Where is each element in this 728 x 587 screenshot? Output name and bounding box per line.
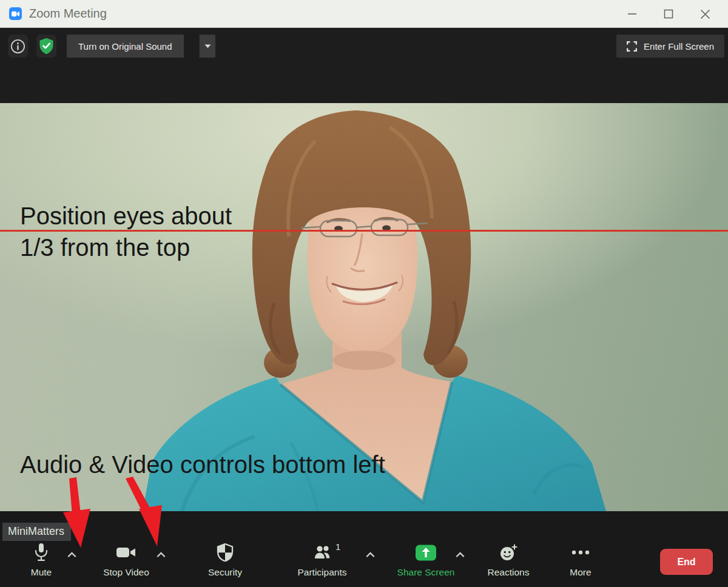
video-camera-icon [116,543,136,562]
participant-video-person [0,103,728,511]
eye-level-guide-line [0,230,728,232]
end-label: End [677,557,695,568]
share-chevron-up-icon[interactable] [456,549,465,560]
participant-name-tag: MiniMatters [2,523,71,541]
video-chevron-up-icon[interactable] [157,549,166,560]
security-label: Security [208,567,242,578]
stop-video-button[interactable]: Stop Video [87,543,166,578]
security-button[interactable]: Security [186,543,265,578]
window-title: Zoom Meeting [29,7,107,21]
zoom-meeting-window: Zoom Meeting Turn on Original Sound [0,0,728,587]
more-label: More [570,567,591,578]
annotation-controls-note: Audio & Video controls bottom left [20,451,385,478]
shield-check-icon[interactable] [36,35,56,58]
participants-icon: 1 [314,543,331,562]
annotation-eyes-line2: 1/3 from the top [20,234,190,261]
participants-label: Participants [298,567,347,578]
window-controls [614,0,723,28]
dropdown-caret-icon [204,44,211,49]
original-sound-button[interactable]: Turn on Original Sound [67,35,184,58]
original-sound-label: Turn on Original Sound [78,41,172,52]
reactions-label: Reactions [488,567,530,578]
enter-fullscreen-button[interactable]: Enter Full Screen [616,35,724,58]
top-toolbar: Turn on Original Sound Enter Full Screen [0,29,728,103]
security-shield-icon [217,543,234,562]
end-meeting-button[interactable]: End [660,549,713,575]
minimize-icon[interactable] [614,0,650,28]
maximize-icon[interactable] [650,0,687,28]
video-feed: Position eyes about 1/3 from the top Aud… [0,103,728,511]
title-bar: Zoom Meeting [0,0,728,28]
mute-chevron-up-icon[interactable] [67,549,76,560]
original-sound-dropdown[interactable] [199,35,215,58]
reactions-button[interactable]: Reactions [469,543,548,578]
stop-video-label: Stop Video [103,567,149,578]
zoom-logo-icon [9,7,22,20]
participants-button[interactable]: 1 Participants [283,543,362,578]
close-icon[interactable] [687,0,723,28]
microphone-icon [35,543,48,562]
more-ellipsis-icon [571,543,590,562]
more-button[interactable]: More [541,543,620,578]
enter-fullscreen-label: Enter Full Screen [644,41,714,52]
share-screen-icon [416,543,436,562]
participants-count-badge: 1 [335,542,340,552]
mute-button[interactable]: Mute [2,543,81,578]
meeting-control-bar: MiniMatters Mute Stop Video [0,511,728,587]
participants-chevron-up-icon[interactable] [366,549,375,560]
reactions-smiley-icon [499,543,517,562]
share-screen-label: Share Screen [397,567,455,578]
annotation-eyes-line1: Position eyes about [20,203,232,229]
share-screen-button[interactable]: Share Screen [386,543,465,578]
mute-label: Mute [31,567,52,578]
fullscreen-icon [627,41,637,52]
info-icon[interactable] [8,35,28,58]
